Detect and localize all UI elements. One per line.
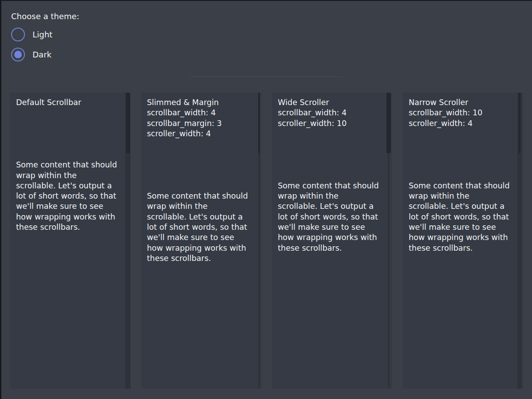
panel-param-line: scrollbar_width: 4	[278, 108, 380, 118]
theme-chooser: Choose a theme: Light Dark	[1, 1, 532, 61]
panel-param-line: scroller_width: 10	[278, 118, 380, 129]
panel-param-line: scroller_width: 4	[409, 118, 511, 129]
scrollbar-demo-panel[interactable]: Wide Scroller scrollbar_width: 4scroller…	[272, 93, 392, 389]
panel-title: Wide Scroller	[278, 98, 380, 108]
theme-radio-option[interactable]: Dark	[11, 47, 532, 61]
scrollbar-thumb[interactable]	[258, 93, 260, 153]
theme-chooser-label: Choose a theme:	[11, 12, 532, 21]
radio-icon[interactable]	[11, 28, 25, 41]
scrollbar-demo-panel[interactable]: Slimmed & Margin scrollbar_width: 4scrol…	[141, 93, 261, 389]
radio-dot-icon	[14, 51, 22, 58]
radio-icon[interactable]	[11, 48, 25, 61]
panel-param-line: scrollbar_margin: 3	[147, 118, 249, 129]
panel-params: scrollbar_width: 4scrollbar_margin: 3scr…	[147, 108, 249, 139]
radio-group: Light Dark	[11, 27, 532, 61]
scrollbar-thumb[interactable]	[519, 93, 520, 153]
panel-title: Narrow Scroller	[409, 98, 511, 108]
panels-row: Default Scrollbar Some content that shou…	[10, 93, 523, 389]
scrollbar-demo-panel[interactable]: Narrow Scroller scrollbar_width: 10scrol…	[403, 93, 523, 389]
panel-params: scrollbar_width: 4scroller_width: 10	[278, 108, 380, 129]
panel-param-line: scrollbar_width: 4	[147, 108, 249, 118]
app-root: { "colors": { "page_bg": "#3b3f47", "pan…	[0, 0, 532, 399]
section-divider	[190, 77, 343, 77]
panel-param-line: scrollbar_width: 10	[409, 108, 511, 118]
scrollbar-demo-panel[interactable]: Default Scrollbar Some content that shou…	[10, 93, 130, 389]
panel-body-text: Some content that should wrap within the…	[278, 181, 380, 253]
panel-param-line: scroller_width: 4	[147, 129, 249, 139]
panel-body-text: Some content that should wrap within the…	[409, 181, 511, 253]
radio-option-label: Dark	[32, 50, 52, 59]
scrollbar-thumb[interactable]	[386, 93, 391, 153]
scrollbar-thumb[interactable]	[126, 93, 130, 153]
panel-params: scrollbar_width: 10scroller_width: 4	[409, 108, 511, 129]
panel-body-text: Some content that should wrap within the…	[16, 160, 118, 232]
theme-radio-option[interactable]: Light	[11, 27, 532, 41]
panel-title: Default Scrollbar	[16, 98, 118, 108]
panel-body-text: Some content that should wrap within the…	[147, 191, 249, 264]
panel-title: Slimmed & Margin	[147, 98, 249, 108]
radio-option-label: Light	[32, 30, 53, 39]
